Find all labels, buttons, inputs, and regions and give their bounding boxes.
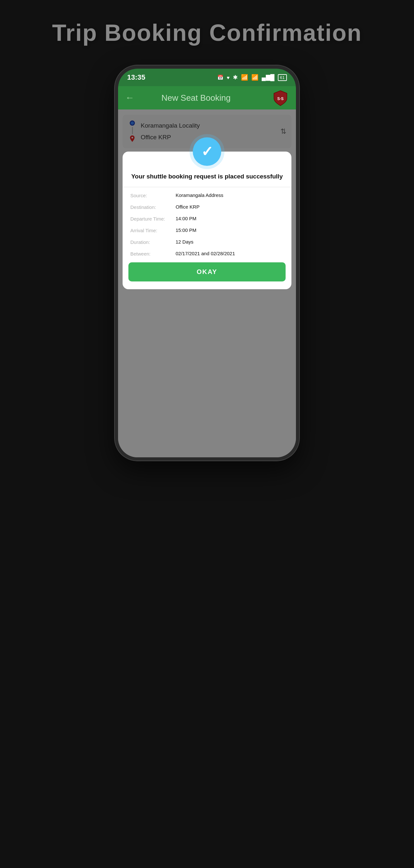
status-time: 13:35 bbox=[127, 73, 145, 82]
checkmark-wrapper bbox=[193, 137, 221, 166]
svg-text:S·S: S·S bbox=[277, 96, 283, 101]
network-bars-icon: ▄▇█ bbox=[262, 74, 275, 81]
detail-row-duration: Duration: 12 Days bbox=[130, 239, 284, 245]
source-value: Koramangala Address bbox=[176, 192, 284, 198]
departure-time-label: Departure Time: bbox=[130, 216, 176, 221]
arrival-time-label: Arrival Time: bbox=[130, 227, 176, 233]
detail-row-departure-time: Departure Time: 14:00 PM bbox=[130, 216, 284, 221]
destination-label: Destination: bbox=[130, 204, 176, 210]
modal-divider bbox=[123, 187, 291, 187]
health-status-icon: ♥ bbox=[227, 75, 230, 80]
shield-icon: S·S bbox=[272, 89, 289, 106]
page-title: Trip Booking Confirmation bbox=[52, 20, 362, 46]
departure-time-value: 14:00 PM bbox=[176, 216, 284, 221]
arrival-time-value: 15:00 PM bbox=[176, 227, 284, 233]
modal-details: Source: Koramangala Address Destination:… bbox=[123, 192, 291, 256]
calendar-status-icon: 📅 bbox=[217, 74, 223, 80]
nav-title: New Seat Booking bbox=[139, 93, 252, 103]
destination-value: Office KRP bbox=[176, 204, 284, 210]
screen-content: Koramangala Locality Office KRP ⇅ Depart… bbox=[118, 110, 296, 457]
checkmark-circle bbox=[193, 137, 221, 166]
wifi-icon: 📶 bbox=[241, 74, 248, 81]
detail-row-arrival-time: Arrival Time: 15:00 PM bbox=[130, 227, 284, 233]
battery-icon: 61 bbox=[278, 74, 287, 81]
source-label: Source: bbox=[130, 192, 176, 198]
okay-button[interactable]: OKAY bbox=[128, 262, 286, 281]
signal-icon: 📶 bbox=[251, 74, 258, 81]
between-value: 02/17/2021 and 02/28/2021 bbox=[176, 251, 284, 256]
phone-device: 13:35 📅 ♥ ✱ 📶 📶 ▄▇█ 61 ← New Seat Bookin… bbox=[115, 65, 299, 461]
status-icons: 📅 ♥ ✱ 📶 📶 ▄▇█ 61 bbox=[217, 74, 287, 81]
detail-row-destination: Destination: Office KRP bbox=[130, 204, 284, 210]
back-button[interactable]: ← bbox=[125, 93, 134, 103]
bluetooth-icon: ✱ bbox=[233, 74, 238, 81]
duration-value: 12 Days bbox=[176, 239, 284, 245]
detail-row-between: Between: 02/17/2021 and 02/28/2021 bbox=[130, 251, 284, 256]
success-modal: Your shuttle booking request is placed s… bbox=[123, 152, 291, 289]
detail-row-source: Source: Koramangala Address bbox=[130, 192, 284, 198]
duration-label: Duration: bbox=[130, 239, 176, 245]
nav-bar: ← New Seat Booking S·S bbox=[118, 86, 296, 110]
status-bar: 13:35 📅 ♥ ✱ 📶 📶 ▄▇█ 61 bbox=[118, 69, 296, 86]
between-label: Between: bbox=[130, 251, 176, 256]
